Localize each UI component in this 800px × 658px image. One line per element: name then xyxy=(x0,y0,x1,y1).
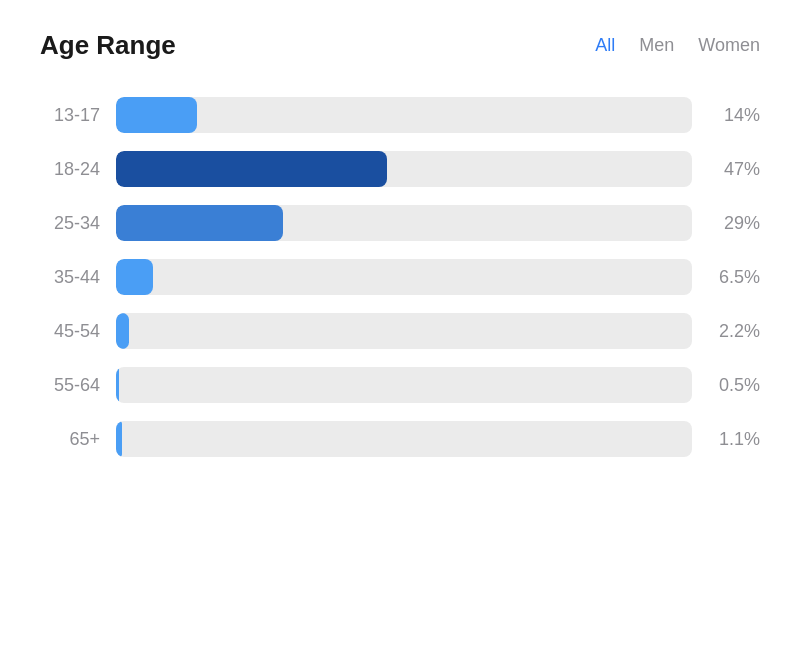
bar-track xyxy=(116,259,692,295)
bar-fill xyxy=(116,205,283,241)
pct-label: 2.2% xyxy=(708,321,760,342)
age-label: 55-64 xyxy=(40,375,100,396)
bar-fill xyxy=(116,151,387,187)
bar-row: 35-446.5% xyxy=(40,259,760,295)
bar-fill xyxy=(116,97,197,133)
pct-label: 29% xyxy=(708,213,760,234)
bar-track xyxy=(116,97,692,133)
age-label: 35-44 xyxy=(40,267,100,288)
bar-fill xyxy=(116,313,129,349)
pct-label: 14% xyxy=(708,105,760,126)
bar-row: 13-1714% xyxy=(40,97,760,133)
bar-fill xyxy=(116,421,122,457)
bar-row: 55-640.5% xyxy=(40,367,760,403)
age-label: 18-24 xyxy=(40,159,100,180)
age-label: 13-17 xyxy=(40,105,100,126)
age-label: 65+ xyxy=(40,429,100,450)
bar-row: 45-542.2% xyxy=(40,313,760,349)
bar-row: 18-2447% xyxy=(40,151,760,187)
bar-row: 65+1.1% xyxy=(40,421,760,457)
bar-list: 13-1714%18-2447%25-3429%35-446.5%45-542.… xyxy=(40,97,760,457)
age-label: 45-54 xyxy=(40,321,100,342)
filter-tab-all[interactable]: All xyxy=(595,35,615,56)
bar-fill xyxy=(116,367,119,403)
bar-row: 25-3429% xyxy=(40,205,760,241)
pct-label: 47% xyxy=(708,159,760,180)
filter-tab-women[interactable]: Women xyxy=(698,35,760,56)
page-title: Age Range xyxy=(40,30,176,61)
pct-label: 6.5% xyxy=(708,267,760,288)
filter-tab-men[interactable]: Men xyxy=(639,35,674,56)
card-header: Age Range AllMenWomen xyxy=(40,30,760,61)
age-label: 25-34 xyxy=(40,213,100,234)
bar-track xyxy=(116,421,692,457)
bar-track xyxy=(116,367,692,403)
pct-label: 0.5% xyxy=(708,375,760,396)
age-range-card: Age Range AllMenWomen 13-1714%18-2447%25… xyxy=(40,30,760,457)
pct-label: 1.1% xyxy=(708,429,760,450)
bar-track xyxy=(116,205,692,241)
bar-track xyxy=(116,313,692,349)
bar-fill xyxy=(116,259,153,295)
filter-tabs: AllMenWomen xyxy=(595,35,760,56)
bar-track xyxy=(116,151,692,187)
